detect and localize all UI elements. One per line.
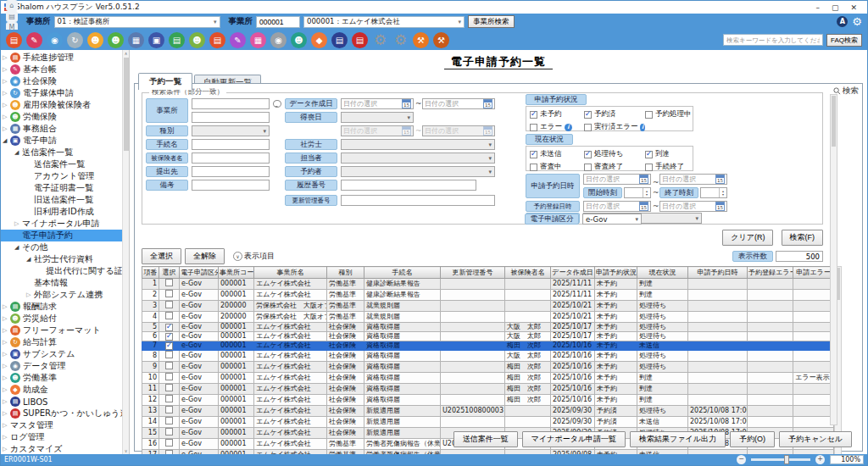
tree-item[interactable]: ↻ 給与計算 bbox=[1, 336, 122, 348]
regist-date-from[interactable]: 日付の選択15 bbox=[583, 201, 651, 212]
tree-item[interactable]: ☻ 労災給付 bbox=[1, 313, 122, 325]
egov-kubun-select[interactable]: e-Gov bbox=[582, 214, 642, 225]
tree-item[interactable]: ▦ 事務組合 bbox=[1, 123, 122, 135]
data-created-to[interactable]: 日付の選択15 bbox=[422, 98, 495, 109]
faq-search-input[interactable] bbox=[723, 34, 823, 46]
checkbox-icon[interactable] bbox=[530, 151, 537, 158]
expander-icon[interactable] bbox=[3, 78, 10, 85]
tantousha-select[interactable] bbox=[341, 153, 495, 164]
zoom-slider[interactable] bbox=[751, 458, 810, 461]
establishment-code-input[interactable] bbox=[256, 16, 300, 28]
module-icon[interactable]: ⚙ bbox=[372, 32, 388, 48]
status-checkbox[interactable]: 審査中 bbox=[530, 162, 584, 172]
history-no-input[interactable] bbox=[341, 180, 476, 191]
tree-item[interactable]: ▤ フリーフォーマット bbox=[1, 325, 122, 336]
module-icon[interactable]: ☻ bbox=[87, 32, 103, 48]
clear-all-button[interactable]: 全解除 bbox=[185, 248, 225, 264]
close-button[interactable]: ✕ bbox=[850, 3, 857, 12]
column-header[interactable]: 種別 bbox=[327, 267, 364, 279]
checkbox-icon[interactable] bbox=[645, 111, 653, 119]
column-header[interactable]: 手続名 bbox=[364, 267, 441, 279]
column-header[interactable]: 現在状況 bbox=[637, 267, 688, 279]
expander-icon[interactable] bbox=[3, 351, 10, 358]
status-checkbox[interactable]: 手続終了 bbox=[645, 162, 689, 172]
settings-gear-icon[interactable]: ⚙ bbox=[852, 16, 862, 27]
table-row[interactable]: 5 e-Gov 000001 エムケイ株式会社 社会保険 資格取得届 大阪 太郎 bbox=[142, 323, 834, 332]
table-row[interactable]: 6 e-Gov 000001 エムケイ株式会社 社会保険 資格取得届 大阪 太郎 bbox=[142, 332, 834, 341]
status-checkbox[interactable]: 処理待ち bbox=[584, 149, 645, 159]
checkbox-icon[interactable] bbox=[584, 124, 592, 131]
calendar-icon[interactable]: 15 bbox=[715, 202, 725, 211]
tree-item[interactable]: ↻ 電子媒体申請 bbox=[1, 87, 122, 99]
module-icon[interactable]: ▤ bbox=[352, 32, 368, 48]
module-icon[interactable]: ▦ bbox=[250, 32, 266, 48]
status-checkbox[interactable]: 未送信 bbox=[530, 149, 584, 159]
row-checkbox[interactable] bbox=[165, 312, 173, 319]
count-value[interactable]: 500 bbox=[776, 251, 823, 262]
sidebar-scrollbar[interactable]: ∧ ∨ bbox=[122, 50, 129, 454]
scrollbar-thumb[interactable] bbox=[832, 96, 836, 147]
tree-item[interactable]: 旧利用者ID作成 bbox=[1, 206, 122, 218]
tree-item[interactable]: ⚙ カスタマイズ bbox=[1, 443, 122, 454]
footer-button[interactable]: 検索結果ファイル出力 bbox=[630, 431, 726, 447]
checkbox-icon[interactable] bbox=[530, 124, 537, 131]
status-checkbox[interactable]: 到達 bbox=[645, 149, 689, 159]
status-checkbox[interactable]: エラー bbox=[530, 122, 584, 132]
submit-to-input[interactable] bbox=[192, 166, 270, 177]
table-row[interactable]: 17 e-Gov 000001 エムケイ株式会社 労働基準 労働者死傷病報告（休… bbox=[142, 450, 834, 455]
table-row[interactable]: 1 e-Gov 000001 エムケイ株式会社 労働基準 健康診断結果報告 bbox=[142, 279, 834, 290]
zoom-slider-thumb[interactable] bbox=[784, 455, 789, 464]
system-icon[interactable]: ⌂ bbox=[6, 0, 18, 11]
checkbox-icon[interactable] bbox=[584, 111, 592, 119]
table-row[interactable]: 2 e-Gov 000001 エムケイ株式会社 労働基準 健康診断結果報告 bbox=[142, 290, 834, 301]
info-icon[interactable] bbox=[640, 124, 645, 131]
expander-icon[interactable] bbox=[3, 422, 10, 429]
table-row[interactable]: 12 e-Gov 000001 エムケイ株式会社 社会保険 資格取得届 梅田 次… bbox=[142, 395, 834, 406]
tree-item[interactable]: 外部システム連携 bbox=[1, 289, 122, 301]
regist-date-to[interactable]: 日付の選択15 bbox=[659, 201, 727, 212]
expander-icon[interactable] bbox=[3, 303, 10, 310]
procedure-input[interactable] bbox=[192, 139, 270, 150]
row-checkbox[interactable] bbox=[165, 439, 173, 447]
tree-item[interactable]: ▣ サブシステム bbox=[1, 348, 122, 360]
table-row[interactable]: 7 e-Gov 000001 エムケイ株式会社 社会保険 資格取得届 梅田 次郎 bbox=[142, 341, 834, 351]
tree-item[interactable]: ▤ SUPERかつ・かいしゅう連携 bbox=[1, 408, 122, 419]
column-header[interactable]: 申請予約状況 bbox=[595, 267, 637, 279]
tree-item[interactable]: 送信案件一覧 bbox=[1, 158, 122, 170]
module-icon[interactable]: ↻ bbox=[67, 32, 83, 48]
expander-icon[interactable] bbox=[3, 339, 10, 346]
expander-icon[interactable] bbox=[3, 434, 10, 441]
expander-icon[interactable] bbox=[3, 137, 10, 144]
module-icon[interactable]: ✎ bbox=[26, 32, 42, 48]
table-row[interactable]: 10 e-Gov 000001 エムケイ株式会社 社会保険 資格取得届 梅田 次… bbox=[142, 373, 834, 384]
yoyakusha-select[interactable] bbox=[341, 166, 495, 177]
expander-icon[interactable] bbox=[3, 114, 10, 120]
row-checkbox[interactable] bbox=[165, 362, 173, 369]
table-row[interactable]: 14 e-Gov 000001 エムケイ株式会社 社会保険 新規適用届 bbox=[142, 417, 834, 428]
checkbox-icon[interactable] bbox=[530, 164, 537, 171]
tree-item[interactable]: ✎ 基本台帳 bbox=[1, 64, 122, 75]
row-checkbox[interactable] bbox=[165, 279, 173, 286]
table-row[interactable]: 11 e-Gov 000001 エムケイ株式会社 社会保険 資格取得届 梅田 次… bbox=[142, 384, 834, 395]
column-header[interactable]: 申請エラー bbox=[793, 267, 834, 279]
tree-item[interactable]: ▤ 報酬請求 bbox=[1, 301, 122, 313]
panel-scrollbar[interactable] bbox=[830, 94, 837, 425]
tree-item[interactable]: 提出代行に関する証明書 bbox=[1, 265, 122, 277]
column-header[interactable]: 電子申請区分 bbox=[180, 267, 219, 279]
tree-item[interactable]: その他 bbox=[1, 241, 122, 253]
status-checkbox[interactable]: 予約済 bbox=[584, 109, 645, 119]
spinner-arrows-icon[interactable]: ▴▾ bbox=[719, 188, 726, 197]
expander-icon[interactable] bbox=[3, 327, 10, 334]
module-icon[interactable]: ☻ bbox=[189, 32, 205, 48]
select-all-button[interactable]: 全選択 bbox=[142, 248, 181, 264]
column-header[interactable]: 更新管理番号 bbox=[441, 267, 505, 279]
status-checkbox[interactable]: 実行済エラー bbox=[584, 122, 645, 132]
expander-icon[interactable] bbox=[3, 410, 10, 417]
search-button[interactable]: 検索(F) bbox=[782, 230, 824, 246]
row-checkbox[interactable] bbox=[165, 406, 173, 413]
calendar-icon[interactable]: 15 bbox=[483, 99, 492, 108]
type-select[interactable] bbox=[192, 125, 270, 136]
expander-icon[interactable] bbox=[3, 66, 10, 73]
system-icon[interactable]: ▤ bbox=[6, 11, 18, 22]
calendar-icon[interactable]: 15 bbox=[402, 99, 411, 108]
